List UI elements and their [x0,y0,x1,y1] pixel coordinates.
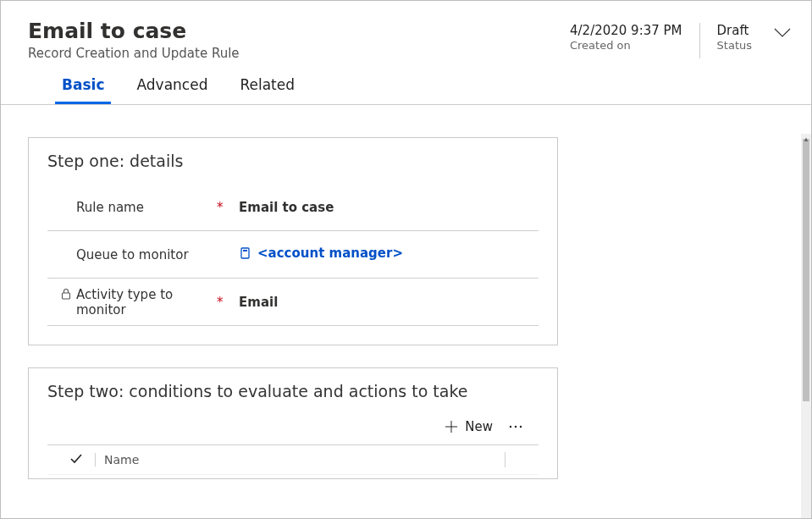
tab-advanced[interactable]: Advanced [130,73,214,104]
tabs-bar: Basic Advanced Related [28,61,570,104]
svg-rect-0 [241,248,249,258]
queue-label: Queue to monitor [76,247,189,262]
svg-rect-2 [63,293,70,299]
more-commands-button[interactable] [508,424,523,429]
step-one-title: Step one: details [47,152,539,170]
form-scroll-area: Step one: details Rule name * Email to c… [1,134,801,518]
queue-lookup-link[interactable]: <account manager> [239,246,403,261]
lock-icon [61,287,73,303]
step-two-title: Step two: conditions to evaluate and act… [47,382,539,400]
step-one-panel: Step one: details Rule name * Email to c… [28,137,558,345]
chevron-down-icon [774,28,791,38]
queue-value: <account manager> [257,246,403,261]
status-label: Status [717,39,752,52]
page-subtitle: Record Creation and Update Rule [28,46,570,61]
activity-required: * [217,295,235,310]
meta-status: Draft Status [699,23,752,58]
created-on-value: 4/2/2020 9:37 PM [570,23,682,38]
svg-point-4 [515,426,516,428]
content-wrapper: Step one: details Rule name * Email to c… [1,134,801,518]
svg-point-5 [520,426,522,428]
select-all-checkbox[interactable] [69,453,95,467]
created-on-label: Created on [570,39,682,52]
header-expand-button[interactable] [769,23,791,38]
svg-point-3 [510,426,511,428]
grid-toolbar: New [47,414,539,444]
scrollbar-thumb[interactable] [803,139,809,401]
svg-rect-1 [243,250,247,251]
new-button[interactable]: New [445,419,493,434]
column-resizer[interactable] [505,452,539,467]
name-column-header[interactable]: Name [95,453,505,467]
rule-name-value[interactable]: Email to case [235,200,539,215]
page-title: Email to case [28,19,570,44]
grid-header: Name [47,444,539,475]
tab-basic[interactable]: Basic [55,73,111,104]
meta-created: 4/2/2020 9:37 PM Created on [570,23,682,58]
tab-related[interactable]: Related [233,73,301,104]
ellipsis-icon [508,424,523,429]
plus-icon [445,420,458,433]
field-rule-name[interactable]: Rule name * Email to case [47,184,539,231]
new-button-label: New [465,419,493,434]
queue-icon [239,246,252,260]
rule-name-label: Rule name [76,200,144,215]
page-header: Email to case Record Creation and Update… [1,1,811,105]
scroll-up-arrow[interactable]: ▴ [801,134,811,144]
header-meta: 4/2/2020 9:37 PM Created on Draft Status [570,19,791,58]
title-group: Email to case Record Creation and Update… [28,19,570,104]
status-value: Draft [717,23,752,38]
step-two-panel: Step two: conditions to evaluate and act… [28,367,558,479]
field-queue[interactable]: Queue to monitor <account manager> [47,231,539,279]
field-activity-type[interactable]: Activity type to monitor * Email [47,279,539,326]
vertical-scrollbar[interactable] [801,134,811,518]
activity-label: Activity type to monitor [76,287,203,317]
check-icon [69,453,83,465]
rule-name-required: * [217,200,235,215]
activity-value: Email [235,295,539,310]
